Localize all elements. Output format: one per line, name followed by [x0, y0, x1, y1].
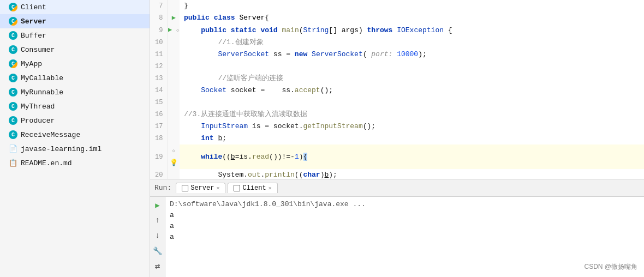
- wrench-button[interactable]: 🔧: [152, 245, 164, 257]
- run-tab-client[interactable]: Client ✕: [228, 183, 277, 193]
- gutter: [168, 73, 180, 85]
- play-button[interactable]: ▶: [152, 199, 164, 211]
- run-bar: Run: Server ✕ Client ✕: [150, 179, 644, 196]
- rerun-button[interactable]: ⇄: [152, 260, 164, 272]
- table-row: 14 Socket socket = ss.accept();: [150, 85, 644, 97]
- sidebar-label-consumer: Consumer: [21, 46, 55, 54]
- sidebar-label-client: Client: [21, 3, 46, 11]
- console-output-line-3: a: [170, 232, 640, 243]
- table-row: 20 System.out.println((char)b);: [150, 169, 644, 179]
- sidebar-item-buffer[interactable]: C Buffer: [0, 28, 150, 43]
- line-number: 16: [150, 109, 168, 121]
- code-line: }: [180, 0, 644, 12]
- mythread-icon: C: [9, 102, 17, 111]
- code-line: InputStream is = socket.getInputStream()…: [180, 121, 644, 133]
- sidebar-item-consumer[interactable]: C Consumer: [0, 43, 150, 57]
- table-row: 11 ServerSocket ss = new ServerSocket( p…: [150, 49, 644, 61]
- table-row: 12: [150, 61, 644, 73]
- run-tab-client-label: Client: [242, 184, 266, 192]
- iml-icon: 📄: [9, 144, 17, 153]
- run-tab-server-label: Server: [190, 184, 214, 192]
- gutter: [168, 109, 180, 121]
- scroll-down-button[interactable]: ↓: [152, 230, 164, 242]
- scroll-up-button[interactable]: ↑: [152, 214, 164, 226]
- sidebar-label-buffer: Buffer: [21, 32, 46, 40]
- code-editor: 7 } 8 ▶ public class Server{: [150, 0, 644, 179]
- tab-client-close-icon[interactable]: ✕: [269, 185, 272, 191]
- table-row: 10 //1.创建对象: [150, 37, 644, 49]
- receivemessage-icon: C: [9, 130, 17, 139]
- sidebar-item-myapp[interactable]: C MyApp: [0, 57, 150, 71]
- table-row: 19 ◇ 💡 while((b=is.read())!=-1){: [150, 144, 644, 169]
- code-line: [180, 97, 644, 109]
- line-number: 15: [150, 97, 168, 109]
- table-row: 15: [150, 97, 644, 109]
- bulb-icon: 💡: [170, 159, 178, 167]
- code-line: //3.从连接通道中获取输入流读取数据: [180, 109, 644, 121]
- code-line: while((b=is.read())!=-1){: [180, 144, 644, 169]
- sidebar-item-readme[interactable]: 📋 README.en.md: [0, 156, 150, 170]
- line-number: 7: [150, 0, 168, 12]
- sidebar-item-mythread[interactable]: C MyThread: [0, 99, 150, 113]
- line-number: 10: [150, 37, 168, 49]
- sidebar-label-mycallable: MyCallable: [21, 74, 63, 82]
- run-tab-server[interactable]: Server ✕: [176, 183, 225, 193]
- line-number: 19: [150, 144, 168, 169]
- sidebar-label-readme: README.en.md: [21, 159, 72, 167]
- readme-icon: 📋: [9, 159, 17, 167]
- console-area: ▶ ↑ ↓ 🔧 ⇄ D:\software\Java\jdk1.8.0_301\…: [150, 196, 644, 277]
- server-icon: C: [9, 17, 17, 26]
- console-path-line: D:\software\Java\jdk1.8.0_301\bin\java.e…: [170, 199, 640, 210]
- sidebar-label-myapp: MyApp: [21, 60, 42, 68]
- sidebar-label-mythread: MyThread: [21, 103, 55, 111]
- table-row: 9 ▶ ◇ public static void main(String[] a…: [150, 24, 644, 37]
- run-label: Run:: [154, 184, 171, 192]
- gutter: ▶: [168, 12, 180, 24]
- code-line: //监听客户端的连接: [180, 73, 644, 85]
- gutter: [168, 49, 180, 61]
- run-arrow-icon: ▶: [172, 14, 176, 22]
- table-row: 13 //监听客户端的连接: [150, 73, 644, 85]
- sidebar-item-iml[interactable]: 📄 javase-learning.iml: [0, 142, 150, 156]
- sidebar-item-client[interactable]: C Client: [0, 0, 150, 14]
- sidebar: C Client C Server C Buffer C Consumer C …: [0, 0, 150, 277]
- table-row: 7 }: [150, 0, 644, 12]
- table-row: 16 //3.从连接通道中获取输入流读取数据: [150, 109, 644, 121]
- sidebar-item-mycallable[interactable]: C MyCallable: [0, 71, 150, 85]
- console-toolbar: ▶ ↑ ↓ 🔧 ⇄: [150, 197, 165, 277]
- code-line: Socket socket = ss.accept();: [180, 85, 644, 97]
- table-row: 17 InputStream is = socket.getInputStrea…: [150, 121, 644, 133]
- code-line: //1.创建对象: [180, 37, 644, 49]
- gutter: [168, 85, 180, 97]
- console-path: D:\software\Java\jdk1.8.0_301\bin\java.e…: [170, 200, 366, 208]
- sidebar-item-myrunnable[interactable]: C MyRunnable: [0, 85, 150, 99]
- code-line: public class Server{: [180, 12, 644, 24]
- gutter: [168, 133, 180, 144]
- sidebar-item-producer[interactable]: C Producer: [0, 113, 150, 128]
- table-row: 18 int b;: [150, 133, 644, 144]
- tab-client-icon: [234, 185, 240, 191]
- buffer-icon: C: [9, 31, 17, 40]
- line-number: 11: [150, 49, 168, 61]
- line-number: 18: [150, 133, 168, 144]
- sidebar-item-server[interactable]: C Server: [0, 14, 150, 28]
- gutter: [168, 169, 180, 179]
- producer-icon: C: [9, 116, 17, 125]
- console-output-line-2: a: [170, 221, 640, 232]
- line-number: 20: [150, 169, 168, 179]
- watermark: CSDN @微扬嘴角: [584, 262, 637, 272]
- console-output-line-1: a: [170, 210, 640, 221]
- code-line: int b;: [180, 133, 644, 144]
- sidebar-label-producer: Producer: [21, 117, 55, 125]
- sidebar-item-receivemessage[interactable]: C ReceiveMessage: [0, 128, 150, 142]
- line-number: 12: [150, 61, 168, 73]
- tab-server-close-icon[interactable]: ✕: [216, 185, 219, 191]
- console-output: D:\software\Java\jdk1.8.0_301\bin\java.e…: [165, 197, 644, 277]
- code-line: [180, 61, 644, 73]
- run-arrow-icon: ▶: [168, 26, 172, 34]
- line-number: 17: [150, 121, 168, 133]
- mycallable-icon: C: [9, 74, 17, 82]
- code-line: ServerSocket ss = new ServerSocket( port…: [180, 49, 644, 61]
- gutter: [168, 121, 180, 133]
- gutter: ▶ ◇: [168, 24, 180, 37]
